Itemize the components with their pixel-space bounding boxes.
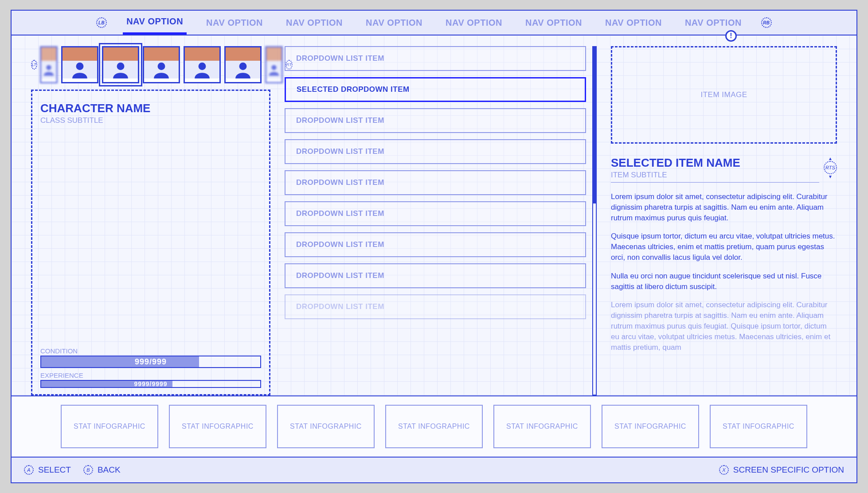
nav-tab-6[interactable]: NAV OPTION bbox=[602, 11, 665, 35]
list-item-7[interactable]: DROPDOWN LIST ITEM bbox=[285, 263, 586, 288]
scrollbar-thumb[interactable] bbox=[593, 47, 596, 203]
b-button-icon: B bbox=[83, 465, 93, 475]
list-item-5[interactable]: DROPDOWN LIST ITEM bbox=[285, 201, 586, 226]
character-portrait-1[interactable] bbox=[61, 46, 98, 83]
item-subtitle: ITEM SUBTITLE bbox=[611, 171, 819, 183]
a-button-icon: A bbox=[24, 465, 34, 475]
item-desc-paragraph: Lorem ipsum dolor sit amet, consectetur … bbox=[611, 300, 837, 352]
select-label: SELECT bbox=[38, 465, 71, 475]
trigger-left-icon[interactable]: LT bbox=[31, 60, 37, 70]
item-image-placeholder: ITEM IMAGE bbox=[611, 46, 837, 144]
character-portrait-6[interactable] bbox=[265, 46, 283, 83]
character-portrait-5[interactable] bbox=[224, 46, 262, 83]
item-description: Lorem ipsum dolor sit amet, consectetur … bbox=[611, 192, 837, 395]
select-button[interactable]: A SELECT bbox=[24, 465, 71, 475]
bumper-right-icon[interactable]: RB bbox=[761, 17, 772, 28]
character-roster: LT RT bbox=[31, 46, 270, 83]
stat-strip: STAT INFOGRAPHICSTAT INFOGRAPHICSTAT INF… bbox=[12, 395, 856, 458]
experience-label: EXPERIENCE bbox=[40, 372, 261, 379]
character-portrait-2[interactable] bbox=[102, 46, 139, 83]
nav-tab-2[interactable]: NAV OPTION bbox=[282, 11, 346, 35]
list-item-0[interactable]: DROPDOWN LIST ITEM bbox=[285, 46, 586, 71]
footer-bar: A SELECT B BACK X SCREEN SPECIFIC OPTION bbox=[12, 458, 856, 482]
item-desc-paragraph: Lorem ipsum dolor sit amet, consectetur … bbox=[611, 192, 837, 223]
stat-box-2[interactable]: STAT INFOGRAPHIC bbox=[277, 405, 375, 448]
character-name: CHARACTER NAME bbox=[40, 102, 261, 115]
nav-tab-1[interactable]: NAV OPTION bbox=[203, 11, 266, 35]
nav-tab-0[interactable]: NAV OPTION bbox=[123, 11, 187, 35]
list-item-2[interactable]: DROPDOWN LIST ITEM bbox=[285, 108, 586, 133]
experience-bar: 9999/9999 bbox=[40, 380, 261, 388]
stat-box-5[interactable]: STAT INFOGRAPHIC bbox=[602, 405, 699, 448]
stat-box-0[interactable]: STAT INFOGRAPHIC bbox=[61, 405, 158, 448]
stat-box-4[interactable]: STAT INFOGRAPHIC bbox=[493, 405, 591, 448]
screen-option-button[interactable]: X SCREEN SPECIFIC OPTION bbox=[719, 465, 844, 475]
list-item-3[interactable]: DROPDOWN LIST ITEM bbox=[285, 139, 586, 164]
bumper-left-icon[interactable]: LB bbox=[96, 17, 107, 28]
stat-box-1[interactable]: STAT INFOGRAPHIC bbox=[169, 405, 266, 448]
character-portrait-3[interactable] bbox=[143, 46, 180, 83]
character-portrait-4[interactable] bbox=[184, 46, 221, 83]
nav-tab-7[interactable]: NAV OPTION bbox=[681, 11, 745, 35]
chevron-down-icon: ▼ bbox=[828, 174, 833, 179]
character-portrait-0[interactable] bbox=[40, 46, 58, 83]
item-desc-paragraph: Nulla eu orci non augue tincidunt sceler… bbox=[611, 271, 837, 292]
list-item-8[interactable]: DROPDOWN LIST ITEM bbox=[285, 294, 586, 319]
stat-box-6[interactable]: STAT INFOGRAPHIC bbox=[710, 405, 807, 448]
list-item-6[interactable]: DROPDOWN LIST ITEM bbox=[285, 232, 586, 257]
character-card: CHARACTER NAME CLASS SUBTITLE CONDITION … bbox=[31, 90, 270, 395]
item-title: SELECTED ITEM NAME bbox=[611, 156, 819, 170]
alert-icon[interactable]: ! bbox=[725, 30, 737, 42]
condition-label: CONDITION bbox=[40, 347, 261, 355]
list-scrollbar[interactable] bbox=[592, 46, 597, 395]
experience-value: 9999/9999 bbox=[41, 381, 260, 387]
chevron-up-icon: ▲ bbox=[828, 156, 833, 161]
back-label: BACK bbox=[98, 465, 121, 475]
nav-tab-4[interactable]: NAV OPTION bbox=[442, 11, 506, 35]
x-button-icon: X bbox=[719, 465, 729, 475]
right-stick-icon: RTS bbox=[824, 161, 837, 174]
list-item-4[interactable]: DROPDOWN LIST ITEM bbox=[285, 170, 586, 195]
list-item-1[interactable]: SELECTED DROPDOWN ITEM bbox=[285, 77, 586, 102]
back-button[interactable]: B BACK bbox=[83, 465, 121, 475]
right-stick-scroll[interactable]: ▲ RTS ▼ bbox=[824, 156, 837, 179]
condition-value: 999/999 bbox=[41, 356, 260, 367]
condition-bar: 999/999 bbox=[40, 356, 261, 368]
item-desc-paragraph: Quisque ipsum tortor, dictum eu arcu vit… bbox=[611, 231, 837, 262]
screen-option-label: SCREEN SPECIFIC OPTION bbox=[733, 465, 844, 475]
item-list: DROPDOWN LIST ITEMSELECTED DROPDOWN ITEM… bbox=[285, 46, 586, 395]
character-class: CLASS SUBTITLE bbox=[40, 116, 261, 125]
stat-box-3[interactable]: STAT INFOGRAPHIC bbox=[385, 405, 483, 448]
nav-tab-5[interactable]: NAV OPTION bbox=[522, 11, 586, 35]
nav-tab-3[interactable]: NAV OPTION bbox=[362, 11, 426, 35]
